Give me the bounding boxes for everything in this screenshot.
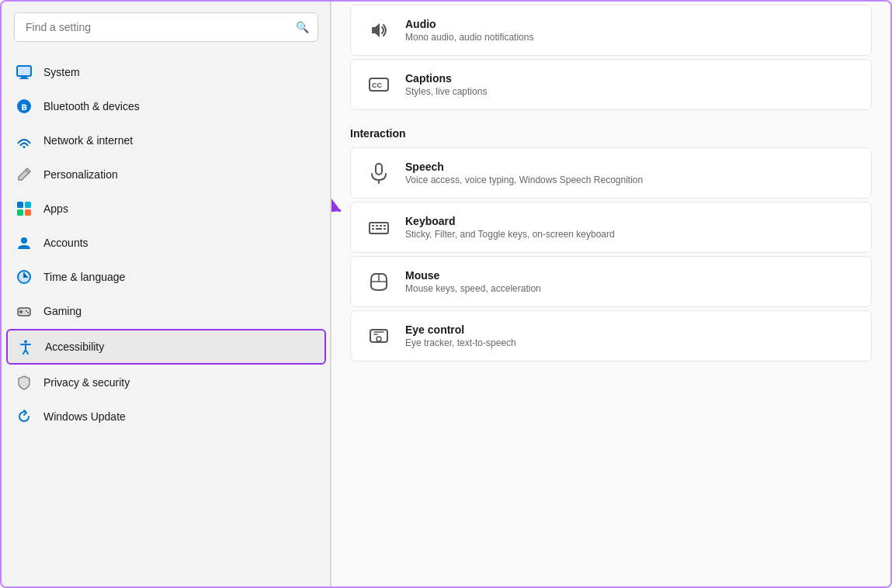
apps-icon (16, 200, 33, 217)
audio-desc: Mono audio, audio notifications (405, 32, 533, 43)
main-wrapper: Audio Mono audio, audio notifications CC… (331, 2, 890, 586)
network-icon (16, 132, 33, 149)
svg-point-15 (24, 341, 27, 344)
interaction-header: Interaction (331, 113, 890, 147)
audio-title: Audio (405, 18, 533, 30)
svg-rect-22 (380, 225, 382, 227)
svg-rect-6 (17, 202, 23, 208)
svg-rect-20 (372, 225, 374, 227)
sidebar-item-label-apps: Apps (43, 202, 68, 215)
keyboard-icon (366, 215, 391, 240)
svg-text:ʙ: ʙ (21, 101, 27, 112)
keyboard-card[interactable]: Keyboard Sticky, Filter, and Toggle keys… (350, 202, 872, 253)
speech-icon (366, 161, 391, 185)
sidebar: 🔍 System ʙ Bluetooth & devices (2, 2, 331, 586)
bluetooth-icon: ʙ (16, 98, 33, 115)
speech-title: Speech (405, 161, 643, 173)
privacy-icon (16, 374, 33, 391)
svg-rect-9 (25, 209, 31, 216)
sidebar-item-gaming[interactable]: Gaming (6, 295, 326, 327)
personalization-icon (16, 166, 33, 183)
svg-rect-26 (384, 228, 386, 230)
svg-rect-0 (17, 66, 31, 76)
mouse-card[interactable]: Mouse Mouse keys, speed, acceleration (350, 256, 872, 307)
sidebar-item-update[interactable]: Windows Update (6, 400, 326, 433)
svg-point-14 (27, 312, 29, 313)
update-icon (16, 408, 33, 425)
search-icon: 🔍 (296, 21, 309, 33)
speech-desc: Voice access, voice typing, Windows Spee… (405, 175, 643, 185)
keyboard-desc: Sticky, Filter, and Toggle keys, on-scre… (405, 229, 615, 240)
audio-card[interactable]: Audio Mono audio, audio notifications (350, 5, 872, 56)
system-icon (16, 64, 33, 81)
eye-control-title: Eye control (405, 323, 516, 336)
mouse-card-text: Mouse Mouse keys, speed, acceleration (405, 269, 541, 294)
audio-card-text: Audio Mono audio, audio notifications (405, 18, 533, 43)
captions-desc: Styles, live captions (405, 86, 487, 97)
captions-title: Captions (405, 72, 487, 85)
speech-card-text: Speech Voice access, voice typing, Windo… (405, 161, 643, 185)
svg-rect-25 (376, 228, 382, 230)
svg-text:CC: CC (372, 81, 382, 89)
eye-control-icon (366, 323, 391, 348)
sidebar-item-label-network: Network & internet (43, 134, 133, 147)
svg-rect-7 (25, 202, 31, 208)
sidebar-item-privacy[interactable]: Privacy & security (6, 366, 326, 399)
svg-point-13 (26, 310, 27, 312)
keyboard-card-wrapper: Keyboard Sticky, Filter, and Toggle keys… (350, 202, 872, 253)
sidebar-item-label-privacy: Privacy & security (43, 376, 130, 389)
sidebar-item-accounts[interactable]: Accounts (6, 227, 326, 259)
search-input[interactable] (14, 12, 318, 42)
main-content: Audio Mono audio, audio notifications CC… (331, 2, 890, 586)
sidebar-item-accessibility[interactable]: Accessibility (6, 329, 326, 365)
mouse-title: Mouse (405, 269, 541, 282)
sidebar-item-system[interactable]: System (6, 56, 326, 88)
sidebar-item-personalization[interactable]: Personalization (6, 158, 326, 191)
sidebar-item-network[interactable]: Network & internet (6, 124, 326, 157)
captions-icon: CC (366, 72, 391, 97)
captions-card[interactable]: CC Captions Styles, live captions (350, 59, 872, 110)
keyboard-card-text: Keyboard Sticky, Filter, and Toggle keys… (405, 215, 615, 240)
mouse-desc: Mouse keys, speed, acceleration (405, 283, 541, 294)
sidebar-divider (330, 2, 331, 586)
sidebar-item-label-update: Windows Update (43, 410, 126, 423)
accessibility-icon (17, 338, 34, 355)
search-container: 🔍 (14, 12, 318, 42)
interaction-cards-section: Speech Voice access, voice typing, Windo… (331, 147, 890, 361)
eye-control-card-text: Eye control Eye tracker, text-to-speech (405, 323, 516, 348)
sidebar-item-label-gaming: Gaming (43, 305, 82, 317)
audio-icon (366, 18, 391, 43)
sidebar-item-label-personalization: Personalization (43, 168, 118, 181)
eye-control-card[interactable]: Eye control Eye tracker, text-to-speech (350, 310, 872, 361)
accounts-icon (16, 234, 33, 251)
captions-card-text: Captions Styles, live captions (405, 72, 487, 97)
sidebar-item-label-accounts: Accounts (43, 237, 89, 249)
svg-rect-23 (384, 225, 386, 227)
sidebar-item-bluetooth[interactable]: ʙ Bluetooth & devices (6, 90, 326, 123)
svg-rect-24 (372, 228, 374, 230)
sidebar-item-label-system: System (43, 66, 80, 78)
svg-point-28 (377, 337, 381, 341)
sidebar-item-label-accessibility: Accessibility (45, 341, 104, 353)
sidebar-item-apps[interactable]: Apps (6, 192, 326, 225)
sidebar-item-label-time: Time & language (43, 271, 125, 283)
mouse-icon (366, 269, 391, 294)
keyboard-title: Keyboard (405, 215, 615, 227)
sidebar-item-label-bluetooth: Bluetooth & devices (43, 100, 140, 112)
svg-rect-8 (17, 209, 23, 216)
svg-point-5 (23, 146, 26, 148)
svg-rect-21 (376, 225, 378, 227)
top-cards-section: Audio Mono audio, audio notifications CC… (331, 2, 890, 110)
eye-control-desc: Eye tracker, text-to-speech (405, 337, 516, 348)
svg-rect-18 (376, 164, 382, 175)
gaming-icon (16, 303, 33, 320)
sidebar-item-time[interactable]: Time & language (6, 261, 326, 293)
svg-rect-2 (19, 78, 29, 80)
speech-card[interactable]: Speech Voice access, voice typing, Windo… (350, 147, 872, 199)
svg-point-10 (21, 237, 27, 244)
nav-list: System ʙ Bluetooth & devices Network & (2, 56, 331, 586)
time-icon (16, 268, 33, 285)
